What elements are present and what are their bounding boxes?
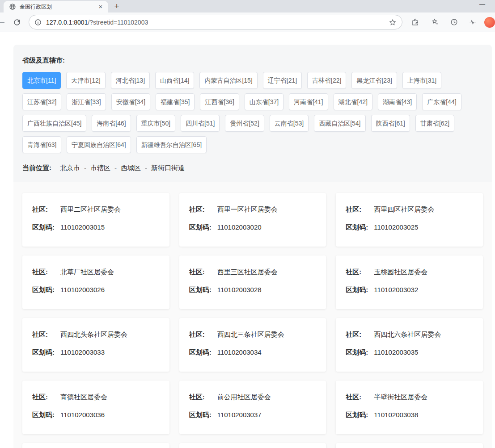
community-card: 社区:西四北三条社区居委会区划码:110102003034: [179, 318, 326, 372]
extensions-icon[interactable]: [409, 16, 421, 29]
province-button[interactable]: 辽宁省[21]: [263, 72, 302, 89]
community-name: 前公用社区居委会: [217, 393, 271, 401]
community-name: 西四北三条社区居委会: [217, 330, 284, 339]
community-card-partial: [336, 443, 483, 448]
province-button[interactable]: 浙江省[33]: [67, 93, 106, 110]
division-code-label: 区划码:: [189, 410, 217, 419]
browser-toolbar: 127.0.0.1:8001/?streetid=110102003: [0, 13, 495, 32]
province-button[interactable]: 云南省[53]: [270, 115, 309, 132]
breadcrumb-separator: -: [145, 164, 147, 172]
globe-favicon-icon: [9, 3, 16, 10]
profile-avatar[interactable]: [484, 17, 495, 28]
browser-essentials-icon[interactable]: [466, 16, 479, 29]
province-button-list: 北京市[11]天津市[12]河北省[13]山西省[14]内蒙古自治区[15]辽宁…: [22, 72, 483, 153]
community-label: 社区:: [32, 268, 60, 276]
division-code-value: 110102003033: [60, 348, 105, 356]
community-name: 西四北六条社区居委会: [374, 330, 441, 339]
community-label: 社区:: [346, 268, 374, 276]
community-card-partial: [179, 443, 326, 448]
province-button[interactable]: 重庆市[50]: [136, 115, 175, 132]
back-icon[interactable]: [0, 22, 4, 23]
division-code-label: 区划码:: [346, 348, 374, 356]
site-info-icon[interactable]: [34, 19, 42, 26]
province-button[interactable]: 江西省[36]: [200, 93, 239, 110]
province-button[interactable]: 安徽省[34]: [111, 93, 150, 110]
province-button[interactable]: 福建省[35]: [156, 93, 195, 110]
community-card: 社区:育德社区居委会区划码:110102003036: [22, 381, 169, 434]
community-name: 北草厂社区居委会: [60, 268, 114, 276]
division-code-label: 区划码:: [32, 285, 60, 294]
division-code-label: 区划码:: [32, 223, 60, 231]
bookmark-star-icon[interactable]: [389, 18, 397, 26]
breadcrumb: 当前位置:北京市-市辖区-西城区-新街口街道: [22, 164, 483, 174]
browser-tab[interactable]: 全国行政区划 ×: [4, 1, 108, 13]
division-code-value: 110102003025: [374, 223, 418, 231]
community-label: 社区:: [32, 205, 60, 214]
division-code-value: 110102003032: [374, 285, 418, 294]
community-card: 社区:玉桃园社区居委会区划码:110102003032: [336, 255, 483, 309]
province-button[interactable]: 河北省[13]: [111, 72, 150, 89]
main-panel: 省级及直辖市: 北京市[11]天津市[12]河北省[13]山西省[14]内蒙古自…: [13, 45, 492, 448]
breadcrumb-item[interactable]: 西城区: [121, 164, 141, 172]
community-card: 社区:西里二区社区居委会区划码:110102003015: [22, 193, 169, 247]
province-button[interactable]: 山东省[37]: [245, 93, 283, 110]
community-name: 西里二区社区居委会: [60, 205, 121, 214]
province-button[interactable]: 北京市[11]: [22, 72, 61, 89]
breadcrumb-item[interactable]: 北京市: [60, 164, 80, 172]
breadcrumb-separator: -: [114, 164, 117, 172]
history-icon[interactable]: [448, 16, 460, 29]
division-code-value: 110102003035: [374, 348, 418, 356]
address-bar[interactable]: 127.0.0.1:8001/?streetid=110102003: [29, 15, 402, 29]
province-button[interactable]: 宁夏回族自治区[64]: [67, 136, 131, 153]
province-button[interactable]: 四川省[51]: [181, 115, 220, 132]
province-button[interactable]: 天津市[12]: [66, 72, 105, 89]
community-label: 社区:: [346, 330, 374, 339]
province-section-label: 省级及直辖市:: [22, 54, 483, 72]
province-button[interactable]: 上海市[31]: [402, 72, 441, 89]
province-button[interactable]: 青海省[63]: [22, 136, 61, 153]
community-card: 社区:西里一区社区居委会区划码:110102003020: [179, 193, 326, 247]
favorites-icon[interactable]: [429, 16, 441, 29]
province-button[interactable]: 海南省[46]: [92, 115, 131, 132]
division-code-value: 110102003037: [217, 410, 262, 419]
division-code-label: 区划码:: [189, 285, 217, 294]
division-code-label: 区划码:: [346, 223, 374, 231]
community-label: 社区:: [189, 268, 217, 276]
community-name: 西里四区社区居委会: [374, 205, 434, 214]
province-button[interactable]: 吉林省[22]: [307, 72, 346, 89]
new-tab-button[interactable]: +: [111, 1, 123, 13]
province-button[interactable]: 湖南省[43]: [378, 93, 417, 110]
community-card: 社区:前公用社区居委会区划码:110102003037: [179, 381, 326, 434]
tab-close-icon[interactable]: ×: [97, 3, 105, 11]
community-name: 玉桃园社区居委会: [374, 268, 427, 276]
division-code-label: 区划码:: [32, 410, 60, 419]
province-button[interactable]: 黑龙江省[23]: [351, 72, 397, 89]
province-button[interactable]: 河南省[41]: [289, 93, 328, 110]
community-name: 西里一区社区居委会: [217, 205, 278, 214]
community-card-grid: 社区:西里二区社区居委会区划码:110102003015社区:西里一区社区居委会…: [13, 182, 492, 448]
province-button[interactable]: 山西省[14]: [155, 72, 194, 89]
province-button[interactable]: 内蒙古自治区[15]: [199, 72, 257, 89]
province-button[interactable]: 江苏省[32]: [22, 93, 61, 110]
province-button[interactable]: 贵州省[52]: [225, 115, 264, 132]
page-content: 省级及直辖市: 北京市[11]天津市[12]河北省[13]山西省[14]内蒙古自…: [0, 32, 495, 448]
province-button[interactable]: 广西壮族自治区[45]: [22, 115, 86, 132]
division-code-value: 110102003028: [217, 285, 262, 294]
division-code-label: 区划码:: [189, 348, 217, 356]
breadcrumb-item[interactable]: 新街口街道: [151, 164, 185, 172]
community-card-partial: [22, 443, 169, 448]
community-card: 社区:西四北头条社区居委会区划码:110102003033: [22, 318, 169, 372]
toolbar-icon-group: [409, 16, 495, 29]
province-button[interactable]: 湖北省[42]: [334, 93, 372, 110]
province-button[interactable]: 新疆维吾尔自治区[65]: [136, 136, 207, 153]
community-card: 社区:北草厂社区居委会区划码:110102003026: [22, 255, 169, 309]
minimize-button[interactable]: —: [479, 1, 485, 8]
breadcrumb-item[interactable]: 市辖区: [90, 164, 110, 172]
province-button[interactable]: 陕西省[61]: [371, 115, 410, 132]
reload-button[interactable]: [11, 16, 23, 29]
province-button[interactable]: 甘肃省[62]: [415, 115, 454, 132]
division-code-label: 区划码:: [346, 285, 374, 294]
province-button[interactable]: 广东省[44]: [422, 93, 461, 110]
province-button[interactable]: 西藏自治区[54]: [314, 115, 365, 132]
division-code-value: 110102003015: [60, 223, 105, 231]
